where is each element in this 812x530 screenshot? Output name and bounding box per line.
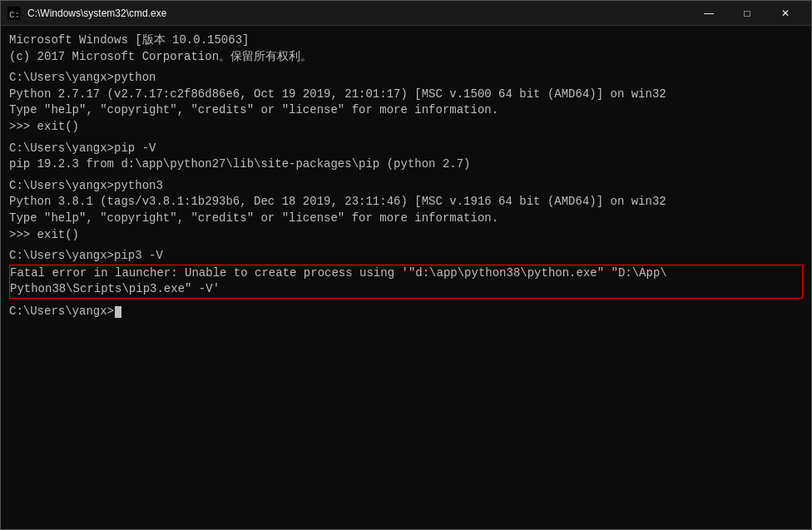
line-pip3-cmd: C:\Users\yangx>pip3 -V: [9, 248, 803, 265]
cursor: [115, 306, 121, 318]
window-title: C:\Windows\system32\cmd.exe: [27, 7, 690, 19]
line-python-exit: >>> exit(): [9, 119, 803, 136]
error-box: Fatal error in launcher: Unable to creat…: [9, 265, 803, 299]
close-button[interactable]: ✕: [766, 1, 805, 26]
line-pip-cmd: C:\Users\yangx>pip -V: [9, 141, 803, 157]
minimize-button[interactable]: —: [690, 1, 728, 26]
line-python3-ver: Python 3.8.1 (tags/v3.8.1:1b293b6, Dec 1…: [9, 194, 803, 211]
maximize-button[interactable]: □: [728, 1, 766, 26]
line-pip-ver: pip 19.2.3 from d:\app\python27\lib\site…: [9, 156, 803, 173]
prompt-text: C:\Users\yangx>: [9, 304, 114, 320]
line-ms-corp: (c) 2017 Microsoft Corporation。保留所有权利。: [9, 49, 803, 66]
error-line-1: Fatal error in launcher: Unable to creat…: [10, 265, 802, 282]
svg-text:C:\: C:\: [9, 10, 21, 20]
line-ms-windows: Microsoft Windows [版本 10.0.15063]: [9, 32, 803, 49]
cmd-icon: C:\: [7, 7, 21, 20]
line-python-ver: Python 2.7.17 (v2.7.17:c2f86d86e6, Oct 1…: [9, 87, 803, 103]
window-controls: — □ ✕: [690, 1, 805, 26]
terminal-body[interactable]: Microsoft Windows [版本 10.0.15063] (c) 20…: [1, 26, 811, 529]
line-python-cmd: C:\Users\yangx>python: [9, 70, 803, 87]
line-python3-help: Type "help", "copyright", "credits" or "…: [9, 211, 803, 227]
title-bar: C:\ C:\Windows\system32\cmd.exe — □ ✕: [1, 1, 811, 26]
error-line-2: Python38\Scripts\pip3.exe" -V': [10, 281, 802, 298]
line-python-help: Type "help", "copyright", "credits" or "…: [9, 102, 803, 119]
line-python3-cmd: C:\Users\yangx>python3: [9, 178, 803, 195]
cmd-window: C:\ C:\Windows\system32\cmd.exe — □ ✕ Mi…: [0, 0, 812, 530]
line-final-prompt: C:\Users\yangx>: [9, 304, 803, 320]
line-python3-exit: >>> exit(): [9, 227, 803, 244]
